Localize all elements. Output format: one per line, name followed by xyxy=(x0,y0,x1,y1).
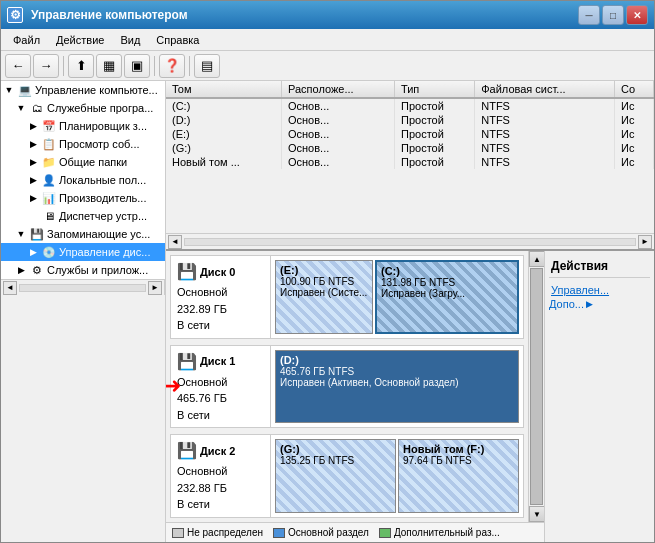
col-header-type[interactable]: Тип xyxy=(394,81,474,98)
expander-scheduler[interactable]: ▶ xyxy=(27,120,39,132)
diskmgmt-icon: 💿 xyxy=(41,244,57,260)
scheduler-label: Планировщик з... xyxy=(59,120,147,132)
expander-svcapp[interactable]: ▶ xyxy=(15,264,27,276)
computer-label: Управление компьюте... xyxy=(35,84,158,96)
expander-diskmgmt[interactable]: ▶ xyxy=(27,246,39,258)
table-cell-name-1: (D:) xyxy=(166,113,281,127)
table-cell-status-4: Ис xyxy=(615,155,654,169)
action-manage[interactable]: Управлен... xyxy=(549,282,650,298)
disk-1-type: Основной xyxy=(177,374,264,391)
sidebar-item-devmgr[interactable]: ▶ 🖥 Диспетчер устр... xyxy=(1,207,165,225)
menu-file[interactable]: Файл xyxy=(5,32,48,48)
up-button[interactable]: ⬆ xyxy=(68,54,94,78)
title-bar: ⚙ Управление компьютером ─ □ ✕ xyxy=(1,1,654,29)
export-button[interactable]: ▤ xyxy=(194,54,220,78)
storage-icon: 💾 xyxy=(29,226,45,242)
table-row-1[interactable]: (D:)Основ...ПростойNTFSИс xyxy=(166,113,654,127)
window-icon: ⚙ xyxy=(7,7,23,23)
expander-storage[interactable]: ▼ xyxy=(15,228,27,240)
close-button[interactable]: ✕ xyxy=(626,5,648,25)
legend-unallocated: Не распределен xyxy=(172,527,263,538)
col-header-location[interactable]: Расположе... xyxy=(281,81,394,98)
back-button[interactable]: ← xyxy=(5,54,31,78)
sharedfolders-icon: 📁 xyxy=(41,154,57,170)
expander-sharedfolders[interactable]: ▶ xyxy=(27,156,39,168)
action-more[interactable]: Допо... ▶ xyxy=(549,298,650,310)
partition-d-label: (D:) xyxy=(280,354,514,366)
toolbar-separator-2 xyxy=(154,56,155,76)
disk-2-size: 232.88 ГБ xyxy=(177,480,264,497)
partition-f[interactable]: Новый том (F:) 97.64 ГБ NTFS xyxy=(398,439,519,513)
table-row-2[interactable]: (E:)Основ...ПростойNTFSИс xyxy=(166,127,654,141)
sidebar-item-storage[interactable]: ▼ 💾 Запоминающие ус... xyxy=(1,225,165,243)
eventview-label: Просмотр соб... xyxy=(59,138,140,150)
menu-action[interactable]: Действие xyxy=(48,32,112,48)
table-scrollbar-track xyxy=(184,238,636,246)
disk-scroll-thumb[interactable] xyxy=(530,268,543,505)
action-more-arrow: ▶ xyxy=(586,299,593,309)
table-scroll-left[interactable]: ◄ xyxy=(168,235,182,249)
expander-perf[interactable]: ▶ xyxy=(27,192,39,204)
col-header-name[interactable]: Том xyxy=(166,81,281,98)
expander-devmgr[interactable]: ▶ xyxy=(27,210,39,222)
table-row-3[interactable]: (G:)Основ...ПростойNTFSИс xyxy=(166,141,654,155)
table-cell-name-0: (C:) xyxy=(166,98,281,113)
table-cell-location-4: Основ... xyxy=(281,155,394,169)
minimize-button[interactable]: ─ xyxy=(578,5,600,25)
expander-computer[interactable]: ▼ xyxy=(3,84,15,96)
main-window: ⚙ Управление компьютером ─ □ ✕ Файл Дейс… xyxy=(0,0,655,543)
table-cell-type-3: Простой xyxy=(394,141,474,155)
toolbar: ← → ⬆ ▦ ▣ ❓ ▤ xyxy=(1,51,654,81)
partition-g[interactable]: (G:) 135.25 ГБ NTFS xyxy=(275,439,396,513)
toolbar-separator-1 xyxy=(63,56,64,76)
menu-view[interactable]: Вид xyxy=(112,32,148,48)
disk-scroll-up[interactable]: ▲ xyxy=(529,251,544,267)
table-cell-fs-2: NTFS xyxy=(475,127,615,141)
table-cell-status-0: Ис xyxy=(615,98,654,113)
legend-unallocated-box xyxy=(172,528,184,538)
expander-eventview[interactable]: ▶ xyxy=(27,138,39,150)
col-header-status[interactable]: Со xyxy=(615,81,654,98)
col-header-fs[interactable]: Файловая сист... xyxy=(475,81,615,98)
sidebar-item-services[interactable]: ▼ 🗂 Служебные програ... xyxy=(1,99,165,117)
disk-0-status: В сети xyxy=(177,317,264,334)
help-button[interactable]: ❓ xyxy=(159,54,185,78)
sidebar-item-sharedfolders[interactable]: ▶ 📁 Общие папки xyxy=(1,153,165,171)
table-row-4[interactable]: Новый том ...Основ...ПростойNTFSИс xyxy=(166,155,654,169)
legend-primary: Основной раздел xyxy=(273,527,369,538)
tree-button[interactable]: ▣ xyxy=(124,54,150,78)
window-controls: ─ □ ✕ xyxy=(578,5,648,25)
disk-panel: 💾 Диск 0 Основной 232.89 ГБ В сети xyxy=(166,251,544,542)
partition-e[interactable]: (E:) 100.90 ГБ NTFS Исправен (Систе... xyxy=(275,260,373,334)
maximize-button[interactable]: □ xyxy=(602,5,624,25)
left-scroll-right[interactable]: ► xyxy=(148,281,162,295)
sidebar-item-scheduler[interactable]: ▶ 📅 Планировщик з... xyxy=(1,117,165,135)
legend-extended-box xyxy=(379,528,391,538)
forward-button[interactable]: → xyxy=(33,54,59,78)
disk-1-arrow: ➜ xyxy=(166,373,181,399)
partition-d-size: 465.76 ГБ NTFS xyxy=(280,366,514,377)
sidebar-item-diskmgmt[interactable]: ▶ 💿 Управление дис... xyxy=(1,243,165,261)
show-hide-button[interactable]: ▦ xyxy=(96,54,122,78)
sidebar-item-perf[interactable]: ▶ 📊 Производитель... xyxy=(1,189,165,207)
sidebar-item-localusers[interactable]: ▶ 👤 Локальные пол... xyxy=(1,171,165,189)
expander-localusers[interactable]: ▶ xyxy=(27,174,39,186)
expander-services[interactable]: ▼ xyxy=(15,102,27,114)
partition-c[interactable]: (C:) 131.98 ГБ NTFS Исправен (Загру... xyxy=(375,260,519,334)
partition-d[interactable]: (D:) 465.76 ГБ NTFS Исправен (Активен, О… xyxy=(275,350,519,424)
localusers-icon: 👤 xyxy=(41,172,57,188)
table-cell-fs-4: NTFS xyxy=(475,155,615,169)
table-container: Том Расположе... Тип Файловая сист... Со… xyxy=(166,81,654,233)
legend-unallocated-label: Не распределен xyxy=(187,527,263,538)
sidebar-item-eventview[interactable]: ▶ 📋 Просмотр соб... xyxy=(1,135,165,153)
menu-help[interactable]: Справка xyxy=(148,32,207,48)
left-scroll-left[interactable]: ◄ xyxy=(3,281,17,295)
table-cell-location-1: Основ... xyxy=(281,113,394,127)
sidebar-item-computer[interactable]: ▼ 💻 Управление компьюте... xyxy=(1,81,165,99)
disk-scroll-down[interactable]: ▼ xyxy=(529,506,544,522)
disk-scroll-inner: 💾 Диск 0 Основной 232.89 ГБ В сети xyxy=(166,251,528,522)
disk-right-scrollbar: ▲ ▼ xyxy=(528,251,544,522)
sidebar-item-svcapp[interactable]: ▶ ⚙ Службы и прилож... xyxy=(1,261,165,279)
table-row-0[interactable]: (C:)Основ...ПростойNTFSИс xyxy=(166,98,654,113)
table-scroll-right[interactable]: ► xyxy=(638,235,652,249)
